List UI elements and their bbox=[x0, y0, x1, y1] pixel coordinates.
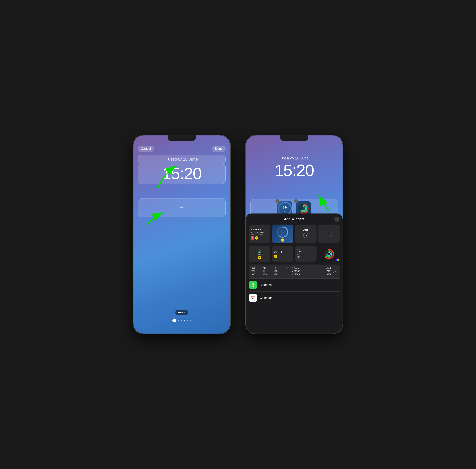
activity-rings-svg bbox=[298, 203, 309, 214]
clock-ring-num: 15 bbox=[281, 229, 285, 233]
done-button[interactable]: Done bbox=[212, 146, 226, 152]
clock-ring-container: 15 10 16 bbox=[277, 226, 289, 238]
page-dots bbox=[173, 318, 191, 322]
stock-names-text: ▼ AAPL▲ ^FTSE▲ ^FTAS bbox=[292, 266, 311, 276]
clock-ring-sub: 10 16 bbox=[281, 233, 285, 235]
stocks-changes: -8H+8H+9H bbox=[274, 266, 283, 276]
plus-icon: + bbox=[180, 204, 184, 212]
alarm-label: OFF bbox=[303, 229, 309, 232]
stocks-widget-cell[interactable]: CUPTOKSYD 7:2011:...12:20 -8H+8H+9H bbox=[249, 265, 340, 278]
stock-symbols: CUPTOKSYD bbox=[252, 266, 261, 276]
sparkline-svg bbox=[333, 268, 337, 275]
page-dot-4 bbox=[190, 320, 191, 321]
aqi-weather-icon: ☀ bbox=[258, 256, 261, 259]
notch-left bbox=[168, 135, 196, 141]
clock-time-left: 15:20 bbox=[141, 165, 222, 182]
extra-clock-svg bbox=[325, 230, 333, 238]
cal-date: Tue 28 Jun bbox=[251, 229, 261, 231]
right-phone: Tuesday 28 June 15:20 − 15 10 16 bbox=[245, 135, 343, 334]
add-widgets-panel: Add Widgets × Tue 28 Jun No events today… bbox=[246, 214, 343, 334]
page-dot-3 bbox=[187, 320, 188, 321]
stocks-times: 7:2011:...12:20 bbox=[263, 266, 272, 276]
cal-icon-row: 📅 ☀ bbox=[251, 236, 258, 240]
panel-title: Add Widgets bbox=[284, 217, 304, 221]
extra-clock-cell[interactable] bbox=[318, 225, 340, 243]
remove-widget-2[interactable]: − bbox=[294, 199, 298, 203]
stocks-content: CUPTOKSYD 7:2011:...12:20 -8H+8H+9H bbox=[252, 266, 337, 277]
batteries-app-icon: 🔋 bbox=[249, 281, 257, 289]
wc-icon-row: ☀ bbox=[274, 254, 277, 258]
batteries-app-name: Batteries bbox=[260, 283, 271, 287]
aqi-icon-row: ☀ bbox=[258, 256, 261, 259]
calendar-widget-cell[interactable]: Tue 28 Jun No events today Your day is c… bbox=[249, 225, 270, 243]
widget-grid-row2: 2 AQI ☀ 22:01 ☀ CUP bbox=[249, 246, 340, 262]
clock-ring-inner-text: 15 10 16 bbox=[281, 229, 285, 235]
stock-values-text: 141.427,3514,050 bbox=[313, 266, 331, 276]
stocks-names: ▼ AAPL▲ ^FTSE▲ ^FTAS bbox=[290, 266, 311, 276]
calendar-app-icon: 📅 bbox=[249, 294, 257, 302]
clock-right: 15:20 bbox=[246, 161, 343, 180]
activity-large-svg bbox=[323, 248, 334, 260]
wc-time: 22:01 bbox=[274, 250, 282, 254]
screen-left: Cancel Done Tuesday 28 June 15:20 + bbox=[133, 135, 230, 334]
aqi-label: AQI bbox=[258, 254, 261, 256]
alarm-clock-svg bbox=[303, 233, 309, 238]
calendar-app-row[interactable]: 📅 Calendar bbox=[249, 291, 340, 304]
page-dot-active bbox=[173, 318, 176, 322]
wc-weather-icon: ☀ bbox=[274, 254, 277, 258]
rainbow-icon bbox=[336, 258, 339, 261]
panel-header: Add Widgets × bbox=[249, 217, 340, 221]
date-widget-left[interactable]: Tuesday 28 June bbox=[138, 155, 226, 163]
cancel-button[interactable]: Cancel bbox=[138, 146, 154, 152]
date-right: Tuesday 28 June bbox=[246, 156, 343, 160]
alarm-widget-cell[interactable]: OFF bbox=[295, 225, 317, 243]
remove-widget-1[interactable]: − bbox=[275, 199, 280, 203]
stock-changes-text: -8H+8H+9H bbox=[274, 266, 283, 276]
date-text-left: Tuesday 28 June bbox=[166, 157, 198, 162]
clock-widget-left[interactable]: 15:20 bbox=[138, 163, 226, 184]
page-dot-2 bbox=[181, 320, 182, 321]
theme-badge: DEEP bbox=[175, 310, 188, 315]
cup-ampm: am bbox=[297, 254, 299, 255]
cal-event-line1: No events today bbox=[251, 231, 264, 234]
batteries-app-row[interactable]: 🔋 Batteries bbox=[249, 278, 340, 291]
weather-icon: ☀ bbox=[255, 236, 258, 240]
cup-clock-cell[interactable]: CUP 7:20 am bbox=[295, 246, 317, 262]
cup-label: CUP bbox=[297, 249, 300, 251]
stocks-left: CUPTOKSYD bbox=[252, 266, 261, 276]
panel-close-button[interactable]: × bbox=[334, 217, 340, 222]
clock-ring-weather-icon: ☀ bbox=[281, 238, 284, 242]
bottom-area-left: DEEP bbox=[133, 310, 230, 322]
stock-times-text: 7:2011:...12:20 bbox=[263, 266, 272, 276]
alarm-content: OFF bbox=[303, 229, 309, 239]
world-clock-cell[interactable]: 22:01 ☀ bbox=[272, 246, 293, 262]
cup-clock-svg bbox=[297, 256, 300, 259]
notch-right bbox=[280, 135, 308, 141]
aqi-number: 2 bbox=[258, 249, 261, 254]
cal-app-icon: 📅 bbox=[251, 236, 254, 240]
aqi-content: 2 AQI bbox=[258, 249, 261, 256]
page-dot-current bbox=[184, 320, 185, 321]
cal-event-line2: Your day is clear bbox=[251, 234, 263, 235]
top-bar-left: Cancel Done bbox=[133, 146, 230, 152]
page-dot-1 bbox=[178, 320, 179, 321]
clock-ring-widget-cell[interactable]: 15 10 16 ☀ bbox=[272, 225, 293, 243]
left-phone: Cancel Done Tuesday 28 June 15:20 + bbox=[133, 135, 231, 334]
screen-right: Tuesday 28 June 15:20 − 15 10 16 bbox=[246, 135, 343, 334]
stocks-clock-svg bbox=[285, 266, 288, 276]
aqi-widget-cell[interactable]: 2 AQI ☀ bbox=[249, 246, 270, 262]
stocks-values: 141.427,3514,050 bbox=[313, 266, 331, 276]
widget-grid-row1: Tue 28 Jun No events today Your day is c… bbox=[249, 225, 340, 243]
cup-icon-row bbox=[297, 256, 300, 259]
cup-time: 7:20 bbox=[297, 251, 302, 254]
calendar-app-name: Calendar bbox=[260, 296, 272, 300]
activity-large-cell[interactable] bbox=[318, 246, 340, 262]
stocks-clock-icon bbox=[285, 266, 288, 277]
clock-ring-icon-row: ☀ bbox=[281, 238, 284, 242]
add-widget-button[interactable]: + bbox=[138, 198, 226, 217]
